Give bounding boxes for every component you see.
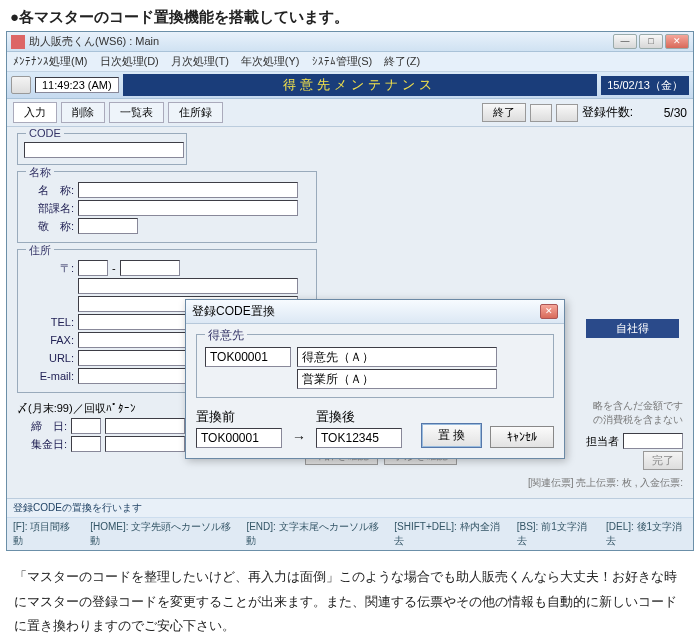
page-heading: ●各マスターのコード置換機能を搭載しています。 xyxy=(0,0,700,31)
addr-group-label: 住所 xyxy=(26,243,54,258)
person-field[interactable] xyxy=(623,433,683,449)
dialog-code-field[interactable]: TOK00001 xyxy=(205,347,291,367)
help-shiftdel: [SHIFT+DEL]: 枠内全消去 xyxy=(394,520,502,548)
recurr-label: 〆(月末:99)／回収ﾊﾟﾀｰﾝ xyxy=(17,401,136,416)
tab-delete[interactable]: 削除 xyxy=(61,102,105,123)
help-bar: [F]: 項目間移動 [HOME]: 文字先頭へカーソル移動 [END]: 文字… xyxy=(7,517,693,550)
dialog-name2-field: 営業所（Ａ） xyxy=(297,369,497,389)
self-company-badge: 自社得 xyxy=(586,319,679,338)
menu-monthly[interactable]: 月次処理(T) xyxy=(171,54,229,69)
zip-dash: - xyxy=(112,262,116,274)
window-title: 助人販売くん(WS6) : Main xyxy=(29,34,613,49)
next-icon[interactable] xyxy=(556,104,578,122)
help-del: [DEL]: 後1文字消去 xyxy=(606,520,687,548)
url-label: URL: xyxy=(24,352,74,364)
help-bs: [BS]: 前1文字消去 xyxy=(517,520,592,548)
reg-count-value: 5/30 xyxy=(637,106,687,120)
close-day-label: 締 日: xyxy=(17,419,67,434)
person-label: 担当者 xyxy=(586,434,619,449)
dialog-group-label: 得意先 xyxy=(205,327,247,344)
name-label: 名 称: xyxy=(24,183,74,198)
maximize-button[interactable]: □ xyxy=(639,34,663,49)
toolbar: 11:49:23 (AM) 得意先メンテナンス 15/02/13（金） xyxy=(7,72,693,99)
reg-count-label: 登録件数: xyxy=(582,104,633,121)
dialog-close-button[interactable]: ✕ xyxy=(540,304,558,319)
code-replace-dialog: 登録CODE置換 ✕ 得意先 TOK00001 得意先（Ａ） 営業所（Ａ） xyxy=(185,299,565,459)
fax-label: FAX: xyxy=(24,334,74,346)
before-field[interactable]: TOK00001 xyxy=(196,428,282,448)
dept-field[interactable] xyxy=(78,200,298,216)
footer-description: 「マスターのコードを整理したいけど、再入力は面倒」このような場合でも助人販売くん… xyxy=(0,551,700,638)
menu-system[interactable]: ｼｽﾃﾑ管理(S) xyxy=(312,54,373,69)
related-label: [関連伝票] 売上伝票: xyxy=(528,477,619,488)
app-window: 助人販売くん(WS6) : Main — □ ✕ ﾒﾝﾃﾅﾝｽ処理(M) 日次処… xyxy=(6,31,694,551)
done-button[interactable]: 完了 xyxy=(643,451,683,470)
screen-title: 得意先メンテナンス xyxy=(123,74,597,96)
honor-label: 敬 称: xyxy=(24,219,74,234)
dept-label: 部課名: xyxy=(24,201,74,216)
help-home: [HOME]: 文字先頭へカーソル移動 xyxy=(90,520,232,548)
status-bar: 登録CODEの置換を行います xyxy=(7,498,693,517)
related-unit: 枚 , 入金伝票: xyxy=(622,477,683,488)
tabs-row: 入力 削除 一覧表 住所録 終了 登録件数: 5/30 xyxy=(7,99,693,127)
close-pat-field[interactable] xyxy=(105,418,185,434)
cancel-button[interactable]: ｷｬﾝｾﾙ xyxy=(490,426,554,448)
close-day-field[interactable] xyxy=(71,418,101,434)
dialog-title: 登録CODE置換 xyxy=(192,303,275,320)
zip1-field[interactable] xyxy=(78,260,108,276)
tel-label: TEL: xyxy=(24,316,74,328)
zip2-field[interactable] xyxy=(120,260,180,276)
email-label: E-mail: xyxy=(24,370,74,382)
name-field[interactable] xyxy=(78,182,298,198)
help-f: [F]: 項目間移動 xyxy=(13,520,76,548)
collect-day-field[interactable] xyxy=(71,436,101,452)
dialog-titlebar: 登録CODE置換 ✕ xyxy=(186,300,564,324)
tab-list[interactable]: 一覧表 xyxy=(109,102,164,123)
collect-day-label: 集金日: xyxy=(17,437,67,452)
replace-button[interactable]: 置 換 xyxy=(421,423,482,448)
before-label: 置換前 xyxy=(196,408,282,426)
addr1-field[interactable] xyxy=(78,278,298,294)
date-display: 15/02/13（金） xyxy=(601,76,689,95)
time-display: 11:49:23 (AM) xyxy=(35,77,119,93)
close-button[interactable]: ✕ xyxy=(665,34,689,49)
after-field[interactable]: TOK12345 xyxy=(316,428,402,448)
dialog-name1-field: 得意先（Ａ） xyxy=(297,347,497,367)
form-area: CODE 名称 名 称: 部課名: 敬 称: 自社得 住所 〒:- TEL: F… xyxy=(7,127,693,498)
prev-icon[interactable] xyxy=(530,104,552,122)
end-button[interactable]: 終了 xyxy=(482,103,526,122)
after-label: 置換後 xyxy=(316,408,402,426)
name-group-label: 名称 xyxy=(26,165,54,180)
titlebar: 助人販売くん(WS6) : Main — □ ✕ xyxy=(7,32,693,52)
print-icon[interactable] xyxy=(11,76,31,94)
menubar: ﾒﾝﾃﾅﾝｽ処理(M) 日次処理(D) 月次処理(T) 年次処理(Y) ｼｽﾃﾑ… xyxy=(7,52,693,72)
code-field[interactable] xyxy=(24,142,184,158)
code-label: CODE xyxy=(26,127,64,139)
menu-exit[interactable]: 終了(Z) xyxy=(384,54,420,69)
arrow-icon: → xyxy=(292,429,306,448)
help-end: [END]: 文字末尾へカーソル移動 xyxy=(246,520,380,548)
menu-yearly[interactable]: 年次処理(Y) xyxy=(241,54,300,69)
menu-daily[interactable]: 日次処理(D) xyxy=(100,54,159,69)
zip-label: 〒: xyxy=(24,261,74,276)
minimize-button[interactable]: — xyxy=(613,34,637,49)
menu-maintenance[interactable]: ﾒﾝﾃﾅﾝｽ処理(M) xyxy=(13,54,88,69)
honor-field[interactable] xyxy=(78,218,138,234)
app-icon xyxy=(11,35,25,49)
tab-address[interactable]: 住所録 xyxy=(168,102,223,123)
collect-pat-field[interactable] xyxy=(105,436,185,452)
tab-input[interactable]: 入力 xyxy=(13,102,57,123)
